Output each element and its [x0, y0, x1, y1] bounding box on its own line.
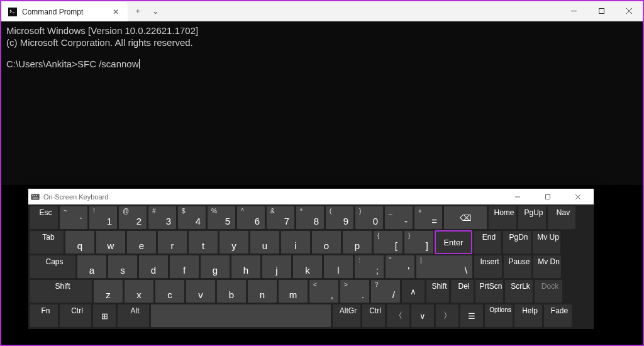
- key-l[interactable]: l: [324, 255, 353, 278]
- key-pgdn[interactable]: PgDn: [503, 231, 531, 254]
- key-apostrophe[interactable]: "': [386, 255, 414, 278]
- keyboard-icon: [31, 193, 40, 201]
- osk-titlebar[interactable]: On-Screen Keyboard: [28, 189, 594, 204]
- key-arrow-right[interactable]: 〉: [436, 304, 458, 327]
- key-arrow-up[interactable]: ∧: [402, 280, 425, 303]
- prompt-path: C:\Users\Ankita>: [6, 59, 77, 69]
- key-z[interactable]: z: [94, 280, 123, 303]
- key-w[interactable]: w: [96, 231, 125, 254]
- key-end[interactable]: End: [474, 231, 501, 254]
- tab-dropdown-button[interactable]: ⌄: [148, 1, 163, 21]
- osk-close-button[interactable]: [565, 190, 591, 204]
- key-9[interactable]: (9: [326, 206, 353, 229]
- key-4[interactable]: $4: [178, 206, 206, 229]
- key-f[interactable]: f: [170, 255, 199, 278]
- key-context-menu[interactable]: ☰: [460, 304, 483, 327]
- key-x[interactable]: x: [125, 280, 153, 303]
- new-tab-button[interactable]: +: [128, 1, 148, 21]
- key-n[interactable]: n: [248, 280, 277, 303]
- key-d[interactable]: d: [139, 255, 168, 278]
- key-backtick[interactable]: ~`: [60, 206, 87, 229]
- key-2[interactable]: @2: [119, 206, 147, 229]
- key-h[interactable]: h: [231, 255, 260, 278]
- key-s[interactable]: s: [108, 255, 137, 278]
- key-pause[interactable]: Pause: [504, 255, 531, 278]
- key-e[interactable]: e: [127, 231, 156, 254]
- key-ctrl-left[interactable]: Ctrl: [60, 304, 91, 327]
- key-slash[interactable]: ?/: [371, 280, 400, 303]
- key-i[interactable]: i: [281, 231, 310, 254]
- key-v[interactable]: v: [186, 280, 215, 303]
- key-mvup[interactable]: Mv Up: [533, 231, 560, 254]
- key-help[interactable]: Help: [514, 304, 542, 327]
- key-shift-left[interactable]: Shift: [30, 280, 92, 303]
- key-caps[interactable]: Caps: [30, 255, 75, 278]
- minimize-button[interactable]: [560, 1, 587, 21]
- key-open-bracket[interactable]: {[: [374, 231, 402, 254]
- key-esc[interactable]: Esc: [30, 206, 58, 229]
- key-nav[interactable]: Nav: [548, 206, 575, 229]
- key-fade[interactable]: Fade: [544, 304, 572, 327]
- key-dash[interactable]: _-: [385, 206, 413, 229]
- key-backspace[interactable]: ⌫: [444, 206, 487, 229]
- close-tab-icon[interactable]: ✕: [110, 8, 121, 16]
- key-mvdn[interactable]: Mv Dn: [533, 255, 561, 278]
- key-0[interactable]: )0: [355, 206, 383, 229]
- key-6[interactable]: ^6: [237, 206, 265, 229]
- chevron-left-icon: 〈: [394, 310, 402, 321]
- key-dock[interactable]: Dock: [535, 280, 562, 303]
- key-equals[interactable]: +=: [414, 206, 442, 229]
- key-1[interactable]: !1: [89, 206, 117, 229]
- key-arrow-left[interactable]: 〈: [387, 304, 409, 327]
- key-home[interactable]: Home: [489, 206, 516, 229]
- key-g[interactable]: g: [201, 255, 230, 278]
- key-alt[interactable]: Alt: [118, 304, 149, 327]
- key-prtscn[interactable]: PrtScn: [475, 280, 503, 303]
- key-ctrl-right[interactable]: Ctrl: [362, 304, 385, 327]
- key-comma[interactable]: <,: [309, 280, 338, 303]
- key-enter[interactable]: Enter: [435, 231, 472, 254]
- key-y[interactable]: y: [219, 231, 248, 254]
- close-window-button[interactable]: [615, 1, 643, 21]
- key-u[interactable]: u: [250, 231, 279, 254]
- osk-maximize-button[interactable]: [535, 190, 561, 204]
- key-win[interactable]: ⊞: [93, 304, 116, 327]
- key-5[interactable]: %5: [208, 206, 235, 229]
- key-b[interactable]: b: [217, 280, 246, 303]
- key-8[interactable]: *8: [296, 206, 324, 229]
- svg-rect-9: [546, 194, 550, 199]
- terminal-line: (c) Microsoft Corporation. All rights re…: [6, 37, 638, 49]
- key-period[interactable]: >.: [340, 280, 369, 303]
- key-close-bracket[interactable]: }]: [404, 231, 433, 254]
- osk-minimize-button[interactable]: [504, 190, 531, 204]
- key-options[interactable]: Options: [485, 304, 513, 327]
- keyboard-row: Caps a s d f g h j k l :; "' |\ Insert P…: [30, 255, 592, 278]
- key-m[interactable]: m: [279, 280, 308, 303]
- key-a[interactable]: a: [77, 255, 106, 278]
- key-del[interactable]: Del: [451, 280, 474, 303]
- key-fn[interactable]: Fn: [30, 304, 58, 327]
- key-shift-right[interactable]: Shift: [426, 280, 449, 303]
- key-scrlk[interactable]: ScrLk: [505, 280, 533, 303]
- key-pgup[interactable]: PgUp: [518, 206, 546, 229]
- key-c[interactable]: c: [155, 280, 184, 303]
- key-j[interactable]: j: [262, 255, 291, 278]
- key-r[interactable]: r: [158, 231, 187, 254]
- key-k[interactable]: k: [293, 255, 322, 278]
- tab-command-prompt[interactable]: Command Prompt ✕: [2, 2, 128, 21]
- key-insert[interactable]: Insert: [474, 255, 502, 278]
- key-3[interactable]: #3: [148, 206, 176, 229]
- key-t[interactable]: t: [189, 231, 218, 254]
- key-semicolon[interactable]: :;: [355, 255, 384, 278]
- key-tab[interactable]: Tab: [30, 231, 64, 254]
- key-arrow-down[interactable]: ∨: [411, 304, 434, 327]
- key-o[interactable]: o: [312, 231, 341, 254]
- key-space[interactable]: [151, 304, 331, 327]
- key-q[interactable]: q: [65, 231, 94, 254]
- key-7[interactable]: &7: [267, 206, 294, 229]
- maximize-button[interactable]: [587, 1, 615, 21]
- key-p[interactable]: p: [343, 231, 372, 254]
- key-altgr[interactable]: AltGr: [333, 304, 360, 327]
- terminal-output[interactable]: Microsoft Windows [Version 10.0.22621.17…: [1, 21, 643, 185]
- key-backslash[interactable]: |\: [416, 255, 472, 278]
